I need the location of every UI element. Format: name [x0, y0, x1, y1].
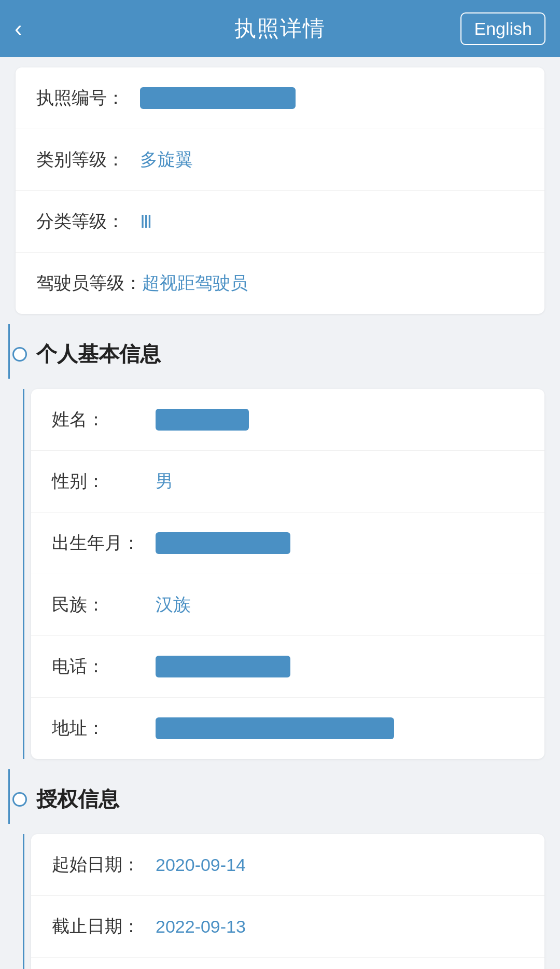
- birthdate-label: 出生年月：: [52, 531, 156, 555]
- phone-label: 电话：: [52, 655, 156, 679]
- page-title: 执照详情: [234, 14, 326, 43]
- category-row: 类别等级： 多旋翼: [16, 129, 544, 191]
- category-value: 多旋翼: [140, 148, 193, 172]
- gender-row: 性别： 男: [31, 451, 544, 513]
- personal-info-card: 姓名： 性别： 男 出生年月： 民族： 汉族 电话： 地址：: [31, 389, 544, 759]
- end-date-row: 截止日期： 2022-09-13: [31, 896, 544, 958]
- name-label: 姓名：: [52, 408, 156, 432]
- license-number-value: [140, 87, 296, 109]
- issue-date-row: 签发日期： 2020-09-14: [31, 958, 544, 969]
- auth-info-section-header: 授权信息: [7, 769, 560, 824]
- license-number-row: 执照编号：: [16, 67, 544, 129]
- pilot-level-value: 超视距驾驶员: [142, 271, 248, 295]
- birthdate-row: 出生年月：: [31, 513, 544, 574]
- back-button[interactable]: ‹: [15, 17, 22, 40]
- pilot-level-label: 驾驶员等级：: [36, 271, 142, 295]
- classification-row: 分类等级： Ⅲ: [16, 191, 544, 253]
- auth-info-title: 授权信息: [36, 785, 119, 813]
- ethnicity-label: 民族：: [52, 593, 156, 617]
- start-date-label: 起始日期：: [52, 853, 156, 877]
- end-date-value: 2022-09-13: [156, 917, 246, 937]
- pilot-level-row: 驾驶员等级： 超视距驾驶员: [16, 253, 544, 314]
- license-info-card: 执照编号： 类别等级： 多旋翼 分类等级： Ⅲ 驾驶员等级： 超视距驾驶员: [16, 67, 544, 314]
- phone-value: [156, 656, 290, 677]
- gender-value: 男: [156, 469, 173, 493]
- phone-row: 电话：: [31, 636, 544, 698]
- ethnicity-row: 民族： 汉族: [31, 574, 544, 636]
- name-value: [156, 409, 249, 431]
- birthdate-value: [156, 532, 290, 554]
- auth-info-circle: [12, 792, 27, 807]
- start-date-value: 2020-09-14: [156, 855, 246, 875]
- header: ‹ 执照详情 English: [0, 0, 560, 57]
- category-label: 类别等级：: [36, 148, 140, 172]
- personal-info-title: 个人基本信息: [36, 340, 161, 368]
- auth-info-card: 起始日期： 2020-09-14 截止日期： 2022-09-13 签发日期： …: [31, 834, 544, 969]
- address-label: 地址：: [52, 716, 156, 740]
- classification-label: 分类等级：: [36, 210, 140, 233]
- ethnicity-value: 汉族: [156, 593, 191, 617]
- license-number-label: 执照编号：: [36, 86, 140, 110]
- name-row: 姓名：: [31, 389, 544, 451]
- address-row: 地址：: [31, 698, 544, 759]
- address-value: [156, 717, 394, 739]
- english-button[interactable]: English: [460, 12, 545, 45]
- end-date-label: 截止日期：: [52, 915, 156, 938]
- personal-info-section-header: 个人基本信息: [7, 324, 560, 379]
- gender-label: 性别：: [52, 469, 156, 493]
- personal-info-circle: [12, 347, 27, 362]
- classification-value: Ⅲ: [140, 211, 152, 232]
- start-date-row: 起始日期： 2020-09-14: [31, 834, 544, 896]
- main-content: 执照编号： 类别等级： 多旋翼 分类等级： Ⅲ 驾驶员等级： 超视距驾驶员 个人…: [0, 67, 560, 969]
